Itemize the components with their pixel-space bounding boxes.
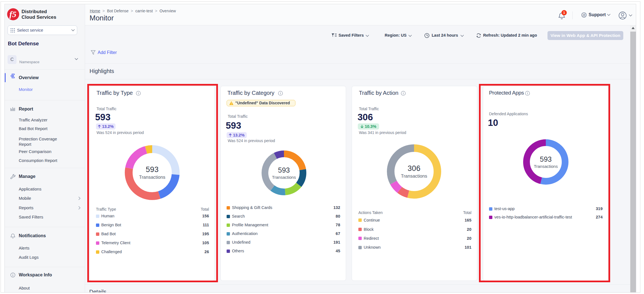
svg-text:f5: f5 [10, 10, 17, 19]
svg-text:@: @ [582, 13, 586, 17]
